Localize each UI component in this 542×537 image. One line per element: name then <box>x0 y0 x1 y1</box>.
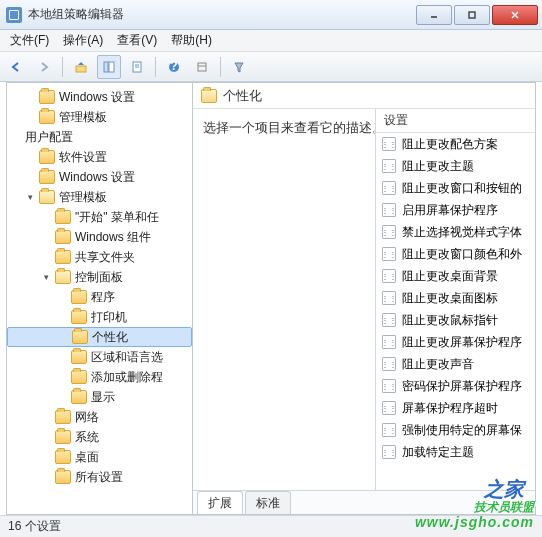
setting-item[interactable]: ⋮⋮阻止更改声音 <box>376 353 535 375</box>
tree-item[interactable]: 所有设置 <box>7 467 192 487</box>
show-hide-tree-button[interactable] <box>97 55 121 79</box>
collapse-icon[interactable]: ▾ <box>39 270 53 284</box>
statusbar: 16 个设置 <box>0 515 542 537</box>
menu-action[interactable]: 操作(A) <box>57 30 109 51</box>
setting-item[interactable]: ⋮⋮密码保护屏幕保护程序 <box>376 375 535 397</box>
tree-item[interactable]: ▾控制面板 <box>7 267 192 287</box>
setting-item[interactable]: ⋮⋮阻止更改窗口颜色和外 <box>376 243 535 265</box>
tree-item[interactable]: Windows 设置 <box>7 87 192 107</box>
folder-icon <box>71 290 87 304</box>
setting-label: 阻止更改主题 <box>402 158 474 175</box>
content-tabs: 扩展 标准 <box>193 490 535 514</box>
tree-item[interactable]: 共享文件夹 <box>7 247 192 267</box>
tree-item[interactable]: ▾管理模板 <box>7 187 192 207</box>
collapse-icon[interactable]: ▾ <box>23 190 37 204</box>
close-button[interactable] <box>492 5 538 25</box>
setting-item[interactable]: ⋮⋮阻止更改桌面图标 <box>376 287 535 309</box>
tree-item[interactable]: Windows 设置 <box>7 167 192 187</box>
toolbar-separator <box>62 57 63 77</box>
setting-label: 阻止更改鼠标指针 <box>402 312 498 329</box>
tree-item[interactable]: 管理模板 <box>7 107 192 127</box>
tree-item[interactable]: 区域和语言选 <box>7 347 192 367</box>
tree-item[interactable]: Windows 组件 <box>7 227 192 247</box>
tree-item-label: 个性化 <box>92 329 128 346</box>
menu-help[interactable]: 帮助(H) <box>165 30 218 51</box>
expand-spacer <box>39 470 53 484</box>
setting-item[interactable]: ⋮⋮启用屏幕保护程序 <box>376 199 535 221</box>
folder-icon <box>39 190 55 204</box>
tree-item-label: 共享文件夹 <box>75 249 135 266</box>
help-button[interactable]: ? <box>162 55 186 79</box>
properties-button[interactable] <box>190 55 214 79</box>
minimize-button[interactable] <box>416 5 452 25</box>
setting-label: 启用屏幕保护程序 <box>402 202 498 219</box>
policy-icon: ⋮⋮ <box>382 423 396 437</box>
setting-label: 加载特定主题 <box>402 444 474 461</box>
tab-standard[interactable]: 标准 <box>245 491 291 514</box>
policy-icon: ⋮⋮ <box>382 203 396 217</box>
settings-column-header[interactable]: 设置 <box>376 109 535 133</box>
tree-item[interactable]: "开始" 菜单和任 <box>7 207 192 227</box>
folder-icon <box>71 370 87 384</box>
folder-icon <box>55 210 71 224</box>
setting-item[interactable]: ⋮⋮阻止更改桌面背景 <box>376 265 535 287</box>
back-button[interactable] <box>4 55 28 79</box>
titlebar: 本地组策略编辑器 <box>0 0 542 30</box>
setting-item[interactable]: ⋮⋮屏幕保护程序超时 <box>376 397 535 419</box>
setting-item[interactable]: ⋮⋮阻止更改主题 <box>376 155 535 177</box>
folder-icon <box>55 250 71 264</box>
setting-item[interactable]: ⋮⋮阻止更改配色方案 <box>376 133 535 155</box>
setting-item[interactable]: ⋮⋮强制使用特定的屏幕保 <box>376 419 535 441</box>
expand-spacer <box>9 130 23 144</box>
expand-spacer <box>39 410 53 424</box>
up-level-button[interactable] <box>69 55 93 79</box>
tree-item[interactable]: 程序 <box>7 287 192 307</box>
svg-rect-12 <box>198 63 206 71</box>
tree-item[interactable]: 用户配置 <box>7 127 192 147</box>
setting-label: 禁止选择视觉样式字体 <box>402 224 522 241</box>
folder-icon <box>55 470 71 484</box>
svg-rect-5 <box>104 62 108 72</box>
setting-item[interactable]: ⋮⋮阻止更改窗口和按钮的 <box>376 177 535 199</box>
tree-item-label: Windows 组件 <box>75 229 151 246</box>
policy-icon: ⋮⋮ <box>382 291 396 305</box>
window-title: 本地组策略编辑器 <box>28 6 414 23</box>
tree-item[interactable]: 个性化 <box>7 327 192 347</box>
tree-item[interactable]: 显示 <box>7 387 192 407</box>
expand-spacer <box>39 250 53 264</box>
tree-item[interactable]: 网络 <box>7 407 192 427</box>
tree-item-label: 添加或删除程 <box>91 369 163 386</box>
expand-spacer <box>39 210 53 224</box>
maximize-button[interactable] <box>454 5 490 25</box>
content-header: 个性化 <box>193 83 535 109</box>
setting-item[interactable]: ⋮⋮加载特定主题 <box>376 441 535 463</box>
menu-file[interactable]: 文件(F) <box>4 30 55 51</box>
menubar: 文件(F) 操作(A) 查看(V) 帮助(H) <box>0 30 542 52</box>
tree-pane[interactable]: Windows 设置管理模板用户配置软件设置Windows 设置▾管理模板"开始… <box>7 83 193 514</box>
tree-item[interactable]: 软件设置 <box>7 147 192 167</box>
policy-icon: ⋮⋮ <box>382 379 396 393</box>
policy-icon: ⋮⋮ <box>382 137 396 151</box>
filter-button[interactable] <box>227 55 251 79</box>
tab-extended[interactable]: 扩展 <box>197 491 243 514</box>
setting-item[interactable]: ⋮⋮禁止选择视觉样式字体 <box>376 221 535 243</box>
expand-spacer <box>23 110 37 124</box>
tree-item-label: 打印机 <box>91 309 127 326</box>
app-icon <box>6 7 22 23</box>
policy-icon: ⋮⋮ <box>382 401 396 415</box>
tree-item[interactable]: 添加或删除程 <box>7 367 192 387</box>
tree-item[interactable]: 桌面 <box>7 447 192 467</box>
menu-view[interactable]: 查看(V) <box>111 30 163 51</box>
tree-item-label: 软件设置 <box>59 149 107 166</box>
setting-item[interactable]: ⋮⋮阻止更改屏幕保护程序 <box>376 331 535 353</box>
forward-button[interactable] <box>32 55 56 79</box>
folder-icon <box>55 230 71 244</box>
setting-item[interactable]: ⋮⋮阻止更改鼠标指针 <box>376 309 535 331</box>
setting-label: 阻止更改配色方案 <box>402 136 498 153</box>
setting-label: 屏幕保护程序超时 <box>402 400 498 417</box>
tree-item[interactable]: 打印机 <box>7 307 192 327</box>
tree-item[interactable]: 系统 <box>7 427 192 447</box>
export-list-button[interactable] <box>125 55 149 79</box>
client-area: Windows 设置管理模板用户配置软件设置Windows 设置▾管理模板"开始… <box>6 82 536 515</box>
folder-icon <box>39 150 55 164</box>
